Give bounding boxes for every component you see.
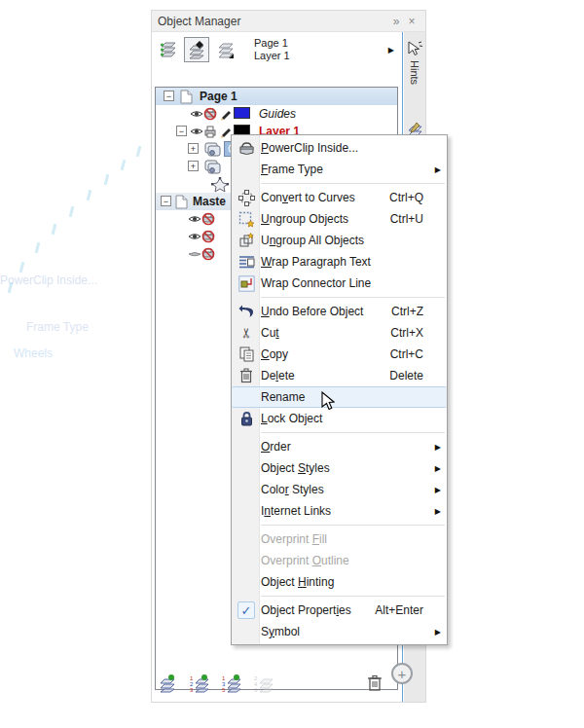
ghost-mark <box>35 242 41 253</box>
ghost-text: PowerClip Inside... <box>0 273 97 287</box>
ghost-mark <box>19 262 25 273</box>
edit-across-layers-icon <box>187 40 206 59</box>
layer-manager-view-button[interactable] <box>212 37 237 62</box>
visibility-eye-icon[interactable] <box>190 107 203 121</box>
menu-separator <box>261 596 445 597</box>
menu-item-rename[interactable]: Rename <box>232 386 447 408</box>
docker-titlebar: Object Manager » × <box>152 11 425 32</box>
group-object-icon <box>204 142 221 157</box>
menu-item-delete[interactable]: Delete Delete <box>232 365 447 386</box>
wrap-paragraph-text-icon <box>238 255 255 270</box>
non-printable-icon[interactable] <box>201 212 215 226</box>
tree-row-page1[interactable]: − Page 1 <box>156 88 397 105</box>
menu-item-lock-object[interactable]: Lock Object <box>232 408 447 429</box>
ghost-mark <box>8 282 14 293</box>
copy-icon <box>239 346 254 362</box>
docker-title: Object Manager <box>158 15 388 28</box>
ghost-mark <box>87 190 92 200</box>
visibility-eye-closed-icon[interactable] <box>188 247 201 261</box>
new-master-layer-odd-pages-icon: 135 <box>222 673 241 693</box>
new-master-layer-all-pages-button[interactable]: 123 <box>187 671 212 696</box>
expand-icon[interactable]: + <box>188 143 199 154</box>
show-object-properties-button[interactable] <box>156 37 181 62</box>
visibility-eye-icon[interactable] <box>188 230 201 243</box>
menu-item-object-hinting[interactable]: Object Hinting <box>232 571 447 593</box>
layer-color-swatch-guides[interactable] <box>234 107 250 119</box>
menu-item-cut[interactable]: ✂ Cut Ctrl+X <box>232 322 447 344</box>
svg-text:5: 5 <box>222 687 226 693</box>
object-context-menu: PowerClip Inside... Frame Type ▶ Convert… <box>231 134 448 645</box>
ghost-text: Wheels <box>14 346 53 360</box>
menu-item-object-properties[interactable]: ✓ Object Properties Alt+Enter <box>232 600 447 621</box>
close-docker-icon[interactable]: × <box>404 15 420 28</box>
tab-hints-label: Hints <box>409 60 420 85</box>
non-printable-icon[interactable] <box>203 107 217 121</box>
collapse-icon[interactable]: − <box>176 126 187 136</box>
checkmark-icon: ✓ <box>237 601 255 619</box>
delete-layer-button[interactable] <box>362 671 387 696</box>
quick-customize-button[interactable]: + <box>391 663 413 684</box>
menu-separator <box>261 297 445 298</box>
layer-toolbar: Page 1 Layer 1 ▶ <box>156 34 400 65</box>
visibility-eye-icon[interactable] <box>190 125 203 138</box>
flyout-arrow-icon[interactable]: ▶ <box>388 46 394 55</box>
new-master-layer-all-pages-icon: 123 <box>190 673 209 693</box>
menu-item-wrap-paragraph-text[interactable]: Wrap Paragraph Text <box>232 251 447 273</box>
trash-icon <box>367 674 383 692</box>
menu-item-copy[interactable]: Copy Ctrl+C <box>232 344 447 365</box>
submenu-arrow-icon: ▶ <box>431 443 441 452</box>
master-page-label: Maste <box>193 195 226 208</box>
hints-cursor-icon <box>406 40 423 57</box>
menu-item-convert-to-curves[interactable]: Convert to Curves Ctrl+Q <box>232 187 447 208</box>
menu-item-frame-type[interactable]: Frame Type ▶ <box>232 159 447 180</box>
new-master-layer-even-pages-icon: 246 <box>254 673 274 693</box>
expand-icon[interactable]: + <box>188 161 199 171</box>
menu-separator <box>261 183 445 184</box>
submenu-arrow-icon: ▶ <box>431 165 441 174</box>
ghost-mark <box>136 146 142 157</box>
new-layer-icon <box>158 673 177 693</box>
bottom-toolbar: 123 135 <box>155 671 399 696</box>
scissors-icon: ✂ <box>238 327 254 339</box>
non-printable-icon[interactable] <box>201 247 215 261</box>
menu-item-powerclip-inside[interactable]: PowerClip Inside... <box>232 137 447 159</box>
menu-item-undo-before-object[interactable]: Undo Before Object Ctrl+Z <box>232 301 447 322</box>
submenu-arrow-icon: ▶ <box>431 464 441 473</box>
tree-row-guides[interactable]: Guides <box>156 105 397 123</box>
edit-across-layers-button[interactable] <box>184 37 209 62</box>
editable-pencil-icon[interactable] <box>219 107 232 121</box>
menu-item-symbol[interactable]: Symbol ▶ <box>232 621 447 642</box>
printable-icon[interactable] <box>203 125 217 138</box>
menu-item-order[interactable]: Order ▶ <box>232 436 447 457</box>
ungroup-all-objects-icon <box>238 233 255 249</box>
undo-icon <box>238 305 254 318</box>
menu-item-object-styles[interactable]: Object Styles ▶ <box>232 457 447 479</box>
active-page-layer-info: Page 1 Layer 1 <box>254 37 290 62</box>
svg-text:3: 3 <box>190 687 194 693</box>
ghost-mark <box>104 174 110 185</box>
layers-properties-icon <box>159 40 178 59</box>
guides-layer-label[interactable]: Guides <box>259 107 296 121</box>
visibility-eye-icon[interactable] <box>188 212 201 226</box>
menu-item-internet-links[interactable]: Internet Links ▶ <box>232 500 447 522</box>
non-printable-icon[interactable] <box>201 230 215 243</box>
menu-item-ungroup-all-objects[interactable]: Ungroup All Objects <box>232 230 447 251</box>
new-layer-button[interactable] <box>155 671 180 696</box>
active-layer-label: Layer 1 <box>254 50 290 62</box>
collapse-icon[interactable]: − <box>164 91 174 101</box>
page-label: Page 1 <box>200 90 237 103</box>
tab-hints[interactable]: Hints <box>404 40 425 85</box>
menu-item-wrap-connector-line[interactable]: Wrap Connector Line <box>232 273 447 294</box>
submenu-arrow-icon: ▶ <box>431 507 441 516</box>
new-master-layer-odd-pages-button[interactable]: 135 <box>219 671 244 696</box>
menu-item-overprint-fill: Overprint Fill <box>232 528 447 550</box>
collapse-docker-icon[interactable]: » <box>388 15 404 28</box>
collapse-icon[interactable]: − <box>161 196 171 206</box>
active-page-label: Page 1 <box>254 37 290 50</box>
submenu-arrow-icon: ▶ <box>431 486 441 494</box>
menu-separator <box>261 525 445 526</box>
new-master-layer-even-pages-button: 246 <box>251 671 276 696</box>
menu-item-ungroup-objects[interactable]: Ungroup Objects Ctrl+U <box>232 208 447 230</box>
menu-item-color-styles[interactable]: Color Styles ▶ <box>232 479 447 500</box>
page-icon <box>175 195 188 209</box>
